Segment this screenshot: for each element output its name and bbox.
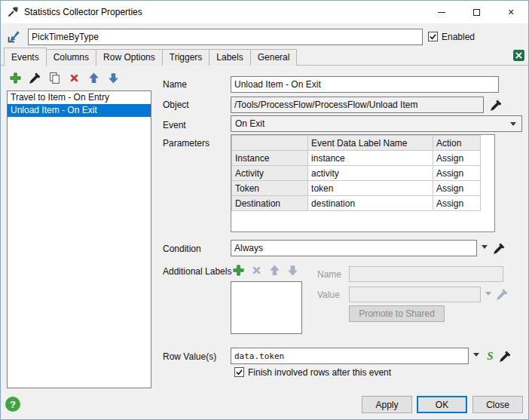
minimize-button[interactable] [424,1,459,23]
flexscript-toggle-button[interactable] [482,347,498,363]
plus-icon [9,72,22,84]
arrow-down-icon [107,72,120,84]
parameters-table: Event Data Label Name Action Instance in… [231,134,495,232]
row-values-input[interactable] [231,348,469,364]
close-icon: ✕ [507,8,514,17]
chevron-down-icon [510,122,516,126]
tab-triggers[interactable]: Triggers [162,49,210,66]
event-name-input[interactable] [231,76,499,93]
promote-to-shared-label: Promote to Shared [359,308,435,319]
help-button[interactable]: ? [5,397,20,412]
delete-event-button[interactable] [66,69,82,86]
param-name: Token [232,181,308,196]
move-event-up-button[interactable] [85,69,102,86]
additional-name-label: Name [317,269,341,280]
close-dialog-button[interactable]: Close [472,396,523,413]
tab-events[interactable]: Events [4,48,47,66]
excel-icon [512,49,525,62]
param-name: Activity [232,166,308,181]
move-event-down-button[interactable] [105,69,121,86]
param-label-cell[interactable]: instance [308,151,433,166]
col-blank [232,136,308,151]
maximize-button[interactable] [459,1,494,23]
parameters-label: Parameters [163,138,209,149]
event-list-item[interactable]: Travel to Item - On Entry [8,91,151,104]
arrow-up-icon [87,72,100,84]
additional-value-dropdown-icon[interactable] [485,292,491,296]
param-action-cell[interactable]: Assign [433,196,480,211]
event-combobox-value: On Exit [235,118,264,129]
additional-name-input[interactable] [349,266,503,282]
minimize-icon [438,12,445,13]
col-action: Action [433,136,480,151]
apply-button[interactable]: Apply [362,396,412,413]
table-row: Instance instance Assign [232,151,494,166]
eyedropper-icon [493,242,506,255]
table-row: Token token Assign [232,181,494,196]
add-label-button[interactable] [230,262,246,278]
param-action-cell[interactable]: Assign [433,151,480,166]
param-action-cell[interactable]: Assign [433,166,480,181]
param-action-cell[interactable]: Assign [433,181,480,196]
tab-labels[interactable]: Labels [209,49,250,66]
window-title: Statistics Collector Properties [24,7,142,17]
event-list-item-selected[interactable]: Unload Item - On Exit [8,104,151,117]
row-values-label: Row Value(s) [163,351,216,362]
plus-icon [232,264,245,277]
condition-label: Condition [163,244,201,254]
help-icon: ? [10,399,16,410]
param-label-cell[interactable]: destination [308,196,433,211]
event-combobox[interactable]: On Exit [231,115,522,132]
col-filler [480,136,494,151]
promote-to-shared-button[interactable]: Promote to Shared [349,305,445,322]
enabled-checkbox[interactable] [428,32,438,41]
condition-sampler-button[interactable] [491,240,507,256]
table-row: Activity activity Assign [232,166,494,181]
app-icon [7,6,19,18]
delete-x-icon [250,264,263,277]
delete-label-button[interactable] [248,262,264,278]
row-values-dropdown-icon[interactable] [473,353,479,357]
additional-value-input[interactable] [349,287,481,302]
finish-rows-checkbox[interactable] [234,367,244,377]
events-listbox: Travel to Item - On Entry Unload Item - … [7,90,151,388]
arrow-down-icon [286,264,299,277]
object-sampler-button[interactable] [488,97,504,113]
close-button[interactable]: ✕ [494,1,528,23]
table-row: Destination destination Assign [232,196,494,211]
condition-input[interactable] [231,240,477,256]
param-label-cell[interactable]: token [308,181,433,196]
sampler-icon [8,30,20,43]
object-label: Object [163,100,189,110]
collector-name-input[interactable] [28,29,423,45]
object-path-input[interactable] [231,97,484,113]
ok-button[interactable]: OK [417,396,467,413]
row-values-sampler-button[interactable] [497,348,513,364]
name-label: Name [163,79,187,90]
condition-dropdown-icon[interactable] [482,245,488,249]
tab-row-options[interactable]: Row Options [96,49,163,66]
arrow-up-icon [268,264,281,277]
additional-value-label: Value [317,290,340,300]
export-excel-button[interactable] [510,47,527,63]
tab-columns[interactable]: Columns [46,49,96,66]
enabled-label: Enabled [442,32,475,42]
sampler-button[interactable] [5,28,22,44]
tab-general[interactable]: General [250,49,298,66]
additional-labels-label: Additional Labels [163,266,231,277]
param-label-cell[interactable]: activity [308,166,433,181]
maximize-icon [473,9,480,16]
move-label-down-button[interactable] [284,262,301,278]
tab-strip: Events Columns Row Options Triggers Labe… [4,49,296,66]
sample-event-button[interactable] [26,69,43,86]
eyedropper-icon [496,288,509,301]
additional-value-sampler-button[interactable] [494,286,510,302]
flexscript-icon [484,349,497,362]
move-label-up-button[interactable] [266,262,283,278]
additional-labels-listbox[interactable] [231,281,302,334]
add-event-button[interactable] [7,69,23,86]
copy-event-button[interactable] [46,69,63,86]
eyedropper-icon [499,350,512,363]
title-bar: Statistics Collector Properties ✕ [1,1,528,23]
event-label: Event [163,120,186,130]
